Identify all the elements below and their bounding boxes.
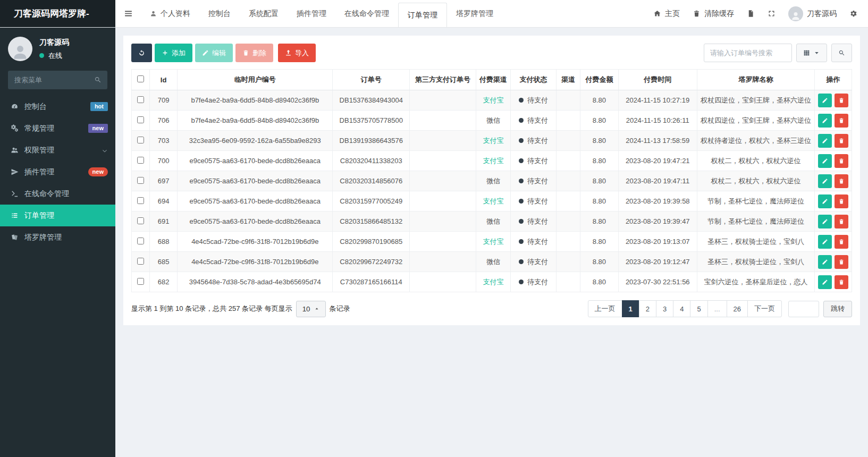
column-header-塔罗牌名称[interactable]: 塔罗牌名称: [697, 70, 814, 90]
pencil-icon: [822, 97, 828, 104]
row-delete-button[interactable]: [835, 255, 848, 269]
cell-user: e9ce0575-aa63-6170-bede-dcd8b26eaaca: [178, 211, 333, 232]
row-delete-button[interactable]: [835, 94, 848, 107]
menu-search-input[interactable]: [8, 71, 107, 89]
row-edit-button[interactable]: [818, 114, 832, 128]
row-edit-button[interactable]: [818, 215, 832, 228]
add-button[interactable]: 添加: [155, 44, 192, 62]
refresh-button[interactable]: [131, 44, 152, 62]
column-header-订单号[interactable]: 订单号: [333, 70, 410, 90]
brand-logo[interactable]: 刀客源码网塔罗牌-: [0, 0, 115, 27]
row-edit-button[interactable]: [818, 174, 832, 188]
topnav-tab-控制台[interactable]: 控制台: [199, 0, 240, 27]
row-checkbox[interactable]: [137, 177, 144, 184]
jump-button[interactable]: 跳转: [823, 301, 852, 317]
row-delete-button[interactable]: [835, 134, 848, 148]
row-delete-button[interactable]: [835, 275, 848, 289]
cell-qudao: [557, 131, 580, 151]
row-checkbox[interactable]: [137, 137, 144, 143]
row-edit-button[interactable]: [818, 255, 832, 269]
topnav-tab-塔罗牌管理[interactable]: 塔罗牌管理: [447, 0, 502, 27]
row-delete-button[interactable]: [835, 174, 848, 188]
sidebar-item-控制台[interactable]: 控制台hot: [0, 96, 115, 117]
row-checkbox[interactable]: [137, 258, 144, 265]
row-delete-button[interactable]: [835, 114, 848, 128]
row-checkbox[interactable]: [137, 157, 144, 164]
row-delete-button[interactable]: [835, 154, 848, 168]
prev-page-button[interactable]: 上一页: [588, 300, 622, 317]
next-page-button[interactable]: 下一页: [747, 300, 782, 317]
page-button-1[interactable]: 1: [622, 300, 639, 317]
column-header-第三方支付订单号[interactable]: 第三方支付订单号: [410, 70, 476, 90]
search-button[interactable]: [831, 44, 852, 62]
topnav-tab-在线命令管理[interactable]: 在线命令管理: [335, 0, 398, 27]
docs-button[interactable]: [747, 10, 755, 18]
user-menu[interactable]: 刀客源码: [788, 6, 837, 21]
row-edit-button[interactable]: [818, 134, 832, 148]
sidebar-item-在线命令管理[interactable]: 在线命令管理: [0, 183, 115, 205]
row-edit-button[interactable]: [818, 94, 832, 107]
order-search-input[interactable]: [704, 44, 792, 62]
sidebar-toggle-button[interactable]: [115, 0, 141, 27]
column-header-付费时间[interactable]: 付费时间: [618, 70, 697, 90]
row-delete-button[interactable]: [835, 235, 848, 249]
column-header-渠道[interactable]: 渠道: [557, 70, 580, 90]
trash-icon: [693, 10, 701, 18]
row-delete-button[interactable]: [835, 215, 848, 228]
cell-third: [410, 151, 476, 171]
columns-dropdown-button[interactable]: [796, 44, 827, 62]
row-checkbox[interactable]: [137, 197, 144, 204]
home-link[interactable]: 主页: [653, 9, 680, 19]
column-header-付费渠道[interactable]: 付费渠道: [476, 70, 511, 90]
cell-id: 694: [150, 191, 178, 211]
row-delete-button[interactable]: [835, 194, 848, 208]
row-checkbox[interactable]: [137, 217, 144, 224]
row-edit-button[interactable]: [818, 275, 832, 289]
delete-button[interactable]: 删除: [235, 44, 273, 62]
topnav-tab-系统配置[interactable]: 系统配置: [240, 0, 288, 27]
column-header-支付状态[interactable]: 支付状态: [511, 70, 557, 90]
clear-cache-link[interactable]: 清除缓存: [693, 9, 734, 19]
row-checkbox[interactable]: [137, 238, 144, 244]
row-checkbox[interactable]: [137, 116, 144, 123]
row-checkbox[interactable]: [137, 278, 144, 285]
hamburger-icon: [124, 9, 133, 18]
page-button-26[interactable]: 26: [727, 300, 748, 317]
page-button-3[interactable]: 3: [656, 300, 673, 317]
jump-page-input[interactable]: [788, 301, 819, 317]
sidebar-item-常规管理[interactable]: 常规管理new: [0, 117, 115, 139]
column-header-付费金额[interactable]: 付费金额: [580, 70, 618, 90]
select-all-checkbox[interactable]: [137, 75, 144, 82]
column-header-操作[interactable]: 操作: [814, 70, 852, 90]
topnav-tab-订单管理[interactable]: 订单管理: [398, 3, 447, 27]
cell-operations: [814, 232, 852, 252]
page-size-dropdown[interactable]: 10: [296, 301, 326, 317]
cell-id: 697: [150, 171, 178, 191]
table-row: 706b7fe4ae2-ba9a-6dd5-84b8-d89402c36f9bD…: [132, 111, 852, 131]
row-edit-button[interactable]: [818, 194, 832, 208]
cell-time: 2023-08-20 19:47:11: [618, 171, 697, 191]
page-button-2[interactable]: 2: [639, 300, 656, 317]
status-dot-icon: [519, 239, 524, 244]
column-header-Id[interactable]: Id: [150, 70, 178, 90]
avatar: [8, 37, 32, 61]
row-checkbox[interactable]: [137, 96, 144, 103]
topnav-tab-插件管理[interactable]: 插件管理: [288, 0, 335, 27]
edit-button[interactable]: 编辑: [195, 44, 233, 62]
sidebar-item-塔罗牌管理[interactable]: 塔罗牌管理: [0, 226, 115, 248]
settings-button[interactable]: [849, 10, 857, 18]
cell-status: 待支付: [511, 131, 557, 151]
page-button-4[interactable]: 4: [673, 300, 690, 317]
row-edit-button[interactable]: [818, 235, 832, 249]
row-edit-button[interactable]: [818, 154, 832, 168]
topnav-tab-个人资料[interactable]: 个人资料: [141, 0, 199, 27]
cell-id: 691: [150, 211, 178, 232]
fullscreen-button[interactable]: [768, 10, 776, 18]
sidebar-item-插件管理[interactable]: 插件管理new: [0, 161, 115, 183]
import-button[interactable]: 导入: [278, 44, 316, 62]
page-button-5[interactable]: 5: [690, 300, 707, 317]
table-row: 697e9ce0575-aa63-6170-bede-dcd8b26eaacaC…: [132, 171, 852, 191]
sidebar-item-权限管理[interactable]: 权限管理: [0, 139, 115, 161]
column-header-临时用户编号[interactable]: 临时用户编号: [178, 70, 333, 90]
sidebar-item-订单管理[interactable]: 订单管理: [0, 205, 115, 226]
